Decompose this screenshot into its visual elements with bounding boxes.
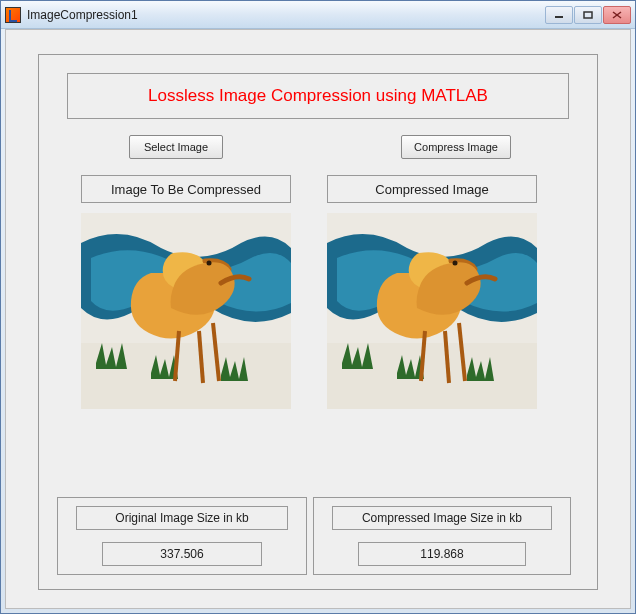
select-image-button[interactable]: Select Image (129, 135, 223, 159)
maximize-button[interactable] (574, 6, 602, 24)
button-row: Select Image Compress Image (39, 135, 597, 163)
original-size-label: Original Image Size in kb (76, 506, 288, 530)
original-image-display (81, 213, 291, 409)
original-size-value: 337.506 (102, 542, 262, 566)
svg-rect-1 (584, 12, 592, 18)
original-image-label: Image To Be Compressed (81, 175, 291, 203)
compressed-size-label: Compressed Image Size in kb (332, 506, 552, 530)
svg-point-9 (207, 261, 212, 266)
compressed-image-label: Compressed Image (327, 175, 537, 203)
window-title: ImageCompression1 (27, 8, 545, 22)
close-icon (612, 11, 622, 19)
app-window: ImageCompression1 Lossless Image Compres… (0, 0, 636, 614)
matlab-icon (5, 7, 21, 23)
minimize-button[interactable] (545, 6, 573, 24)
compressed-image-display (327, 213, 537, 409)
compressed-size-group: Compressed Image Size in kb 119.868 (313, 497, 571, 575)
main-panel: Lossless Image Compression using MATLAB … (38, 54, 598, 590)
app-title: Lossless Image Compression using MATLAB (67, 73, 569, 119)
minimize-icon (554, 11, 564, 19)
bird-painting-icon (327, 213, 537, 409)
close-button[interactable] (603, 6, 631, 24)
window-controls (545, 6, 631, 24)
bird-painting-icon (81, 213, 291, 409)
svg-point-15 (453, 261, 458, 266)
titlebar[interactable]: ImageCompression1 (1, 1, 635, 29)
maximize-icon (583, 11, 593, 19)
compressed-size-value: 119.868 (358, 542, 526, 566)
compress-image-button[interactable]: Compress Image (401, 135, 511, 159)
original-size-group: Original Image Size in kb 337.506 (57, 497, 307, 575)
client-area: Lossless Image Compression using MATLAB … (5, 29, 631, 609)
